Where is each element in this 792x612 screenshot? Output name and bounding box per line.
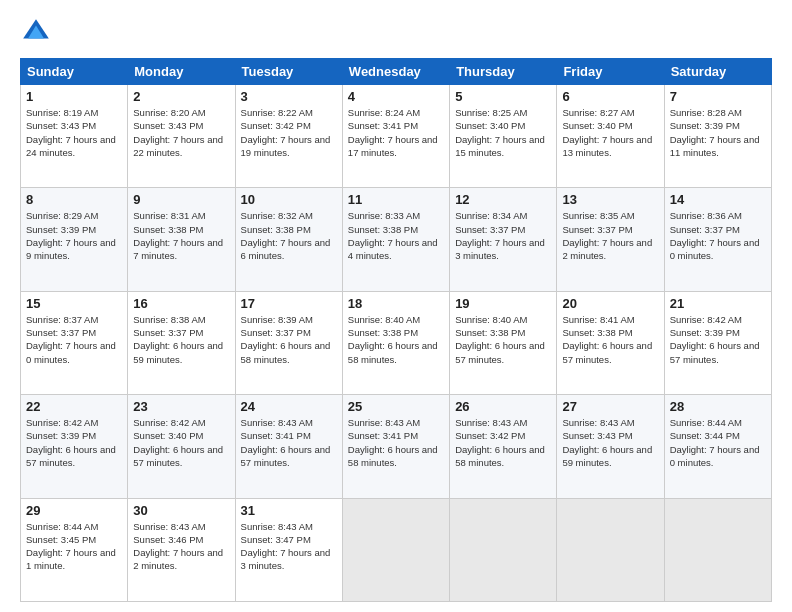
day-info: Sunrise: 8:27 AMSunset: 3:40 PMDaylight:… xyxy=(562,106,658,159)
calendar-day-cell: 20Sunrise: 8:41 AMSunset: 3:38 PMDayligh… xyxy=(557,291,664,394)
day-number: 13 xyxy=(562,192,658,207)
day-info: Sunrise: 8:42 AMSunset: 3:39 PMDaylight:… xyxy=(670,313,766,366)
calendar-day-header: Sunday xyxy=(21,59,128,85)
day-number: 22 xyxy=(26,399,122,414)
calendar-day-cell: 19Sunrise: 8:40 AMSunset: 3:38 PMDayligh… xyxy=(450,291,557,394)
calendar-day-cell: 8Sunrise: 8:29 AMSunset: 3:39 PMDaylight… xyxy=(21,188,128,291)
day-number: 17 xyxy=(241,296,337,311)
calendar-day-cell: 31Sunrise: 8:43 AMSunset: 3:47 PMDayligh… xyxy=(235,498,342,601)
day-info: Sunrise: 8:43 AMSunset: 3:43 PMDaylight:… xyxy=(562,416,658,469)
day-number: 15 xyxy=(26,296,122,311)
day-number: 7 xyxy=(670,89,766,104)
calendar-day-cell: 4Sunrise: 8:24 AMSunset: 3:41 PMDaylight… xyxy=(342,85,449,188)
day-number: 12 xyxy=(455,192,551,207)
calendar-day-cell: 12Sunrise: 8:34 AMSunset: 3:37 PMDayligh… xyxy=(450,188,557,291)
day-info: Sunrise: 8:28 AMSunset: 3:39 PMDaylight:… xyxy=(670,106,766,159)
day-number: 29 xyxy=(26,503,122,518)
day-number: 1 xyxy=(26,89,122,104)
calendar-day-cell: 9Sunrise: 8:31 AMSunset: 3:38 PMDaylight… xyxy=(128,188,235,291)
calendar-day-cell: 21Sunrise: 8:42 AMSunset: 3:39 PMDayligh… xyxy=(664,291,771,394)
day-info: Sunrise: 8:41 AMSunset: 3:38 PMDaylight:… xyxy=(562,313,658,366)
day-number: 31 xyxy=(241,503,337,518)
calendar-day-cell: 1Sunrise: 8:19 AMSunset: 3:43 PMDaylight… xyxy=(21,85,128,188)
page: SundayMondayTuesdayWednesdayThursdayFrid… xyxy=(0,0,792,612)
calendar-day-cell: 25Sunrise: 8:43 AMSunset: 3:41 PMDayligh… xyxy=(342,395,449,498)
day-number: 23 xyxy=(133,399,229,414)
calendar-header-row: SundayMondayTuesdayWednesdayThursdayFrid… xyxy=(21,59,772,85)
calendar-week-row: 8Sunrise: 8:29 AMSunset: 3:39 PMDaylight… xyxy=(21,188,772,291)
calendar-day-header: Thursday xyxy=(450,59,557,85)
logo xyxy=(20,16,56,48)
day-info: Sunrise: 8:37 AMSunset: 3:37 PMDaylight:… xyxy=(26,313,122,366)
day-number: 14 xyxy=(670,192,766,207)
day-info: Sunrise: 8:42 AMSunset: 3:39 PMDaylight:… xyxy=(26,416,122,469)
calendar-day-cell: 24Sunrise: 8:43 AMSunset: 3:41 PMDayligh… xyxy=(235,395,342,498)
calendar-day-cell: 14Sunrise: 8:36 AMSunset: 3:37 PMDayligh… xyxy=(664,188,771,291)
day-info: Sunrise: 8:22 AMSunset: 3:42 PMDaylight:… xyxy=(241,106,337,159)
day-info: Sunrise: 8:40 AMSunset: 3:38 PMDaylight:… xyxy=(455,313,551,366)
calendar-week-row: 22Sunrise: 8:42 AMSunset: 3:39 PMDayligh… xyxy=(21,395,772,498)
day-info: Sunrise: 8:44 AMSunset: 3:45 PMDaylight:… xyxy=(26,520,122,573)
day-info: Sunrise: 8:43 AMSunset: 3:47 PMDaylight:… xyxy=(241,520,337,573)
day-info: Sunrise: 8:19 AMSunset: 3:43 PMDaylight:… xyxy=(26,106,122,159)
calendar-day-header: Friday xyxy=(557,59,664,85)
calendar-day-cell: 2Sunrise: 8:20 AMSunset: 3:43 PMDaylight… xyxy=(128,85,235,188)
logo-icon xyxy=(20,16,52,48)
calendar-day-cell: 22Sunrise: 8:42 AMSunset: 3:39 PMDayligh… xyxy=(21,395,128,498)
day-number: 4 xyxy=(348,89,444,104)
calendar-day-cell: 3Sunrise: 8:22 AMSunset: 3:42 PMDaylight… xyxy=(235,85,342,188)
day-info: Sunrise: 8:35 AMSunset: 3:37 PMDaylight:… xyxy=(562,209,658,262)
day-number: 19 xyxy=(455,296,551,311)
day-number: 9 xyxy=(133,192,229,207)
day-info: Sunrise: 8:20 AMSunset: 3:43 PMDaylight:… xyxy=(133,106,229,159)
day-number: 20 xyxy=(562,296,658,311)
calendar-day-header: Wednesday xyxy=(342,59,449,85)
calendar-day-header: Monday xyxy=(128,59,235,85)
calendar-day-header: Tuesday xyxy=(235,59,342,85)
day-info: Sunrise: 8:32 AMSunset: 3:38 PMDaylight:… xyxy=(241,209,337,262)
day-number: 2 xyxy=(133,89,229,104)
day-info: Sunrise: 8:38 AMSunset: 3:37 PMDaylight:… xyxy=(133,313,229,366)
calendar-day-cell: 29Sunrise: 8:44 AMSunset: 3:45 PMDayligh… xyxy=(21,498,128,601)
calendar-table: SundayMondayTuesdayWednesdayThursdayFrid… xyxy=(20,58,772,602)
day-number: 10 xyxy=(241,192,337,207)
day-info: Sunrise: 8:31 AMSunset: 3:38 PMDaylight:… xyxy=(133,209,229,262)
calendar-day-cell: 17Sunrise: 8:39 AMSunset: 3:37 PMDayligh… xyxy=(235,291,342,394)
day-number: 5 xyxy=(455,89,551,104)
day-info: Sunrise: 8:44 AMSunset: 3:44 PMDaylight:… xyxy=(670,416,766,469)
day-number: 6 xyxy=(562,89,658,104)
day-info: Sunrise: 8:25 AMSunset: 3:40 PMDaylight:… xyxy=(455,106,551,159)
day-info: Sunrise: 8:34 AMSunset: 3:37 PMDaylight:… xyxy=(455,209,551,262)
day-info: Sunrise: 8:43 AMSunset: 3:41 PMDaylight:… xyxy=(348,416,444,469)
calendar-day-cell: 7Sunrise: 8:28 AMSunset: 3:39 PMDaylight… xyxy=(664,85,771,188)
day-number: 16 xyxy=(133,296,229,311)
day-info: Sunrise: 8:43 AMSunset: 3:46 PMDaylight:… xyxy=(133,520,229,573)
day-number: 28 xyxy=(670,399,766,414)
day-info: Sunrise: 8:42 AMSunset: 3:40 PMDaylight:… xyxy=(133,416,229,469)
calendar-day-cell: 13Sunrise: 8:35 AMSunset: 3:37 PMDayligh… xyxy=(557,188,664,291)
day-info: Sunrise: 8:40 AMSunset: 3:38 PMDaylight:… xyxy=(348,313,444,366)
day-info: Sunrise: 8:43 AMSunset: 3:41 PMDaylight:… xyxy=(241,416,337,469)
day-info: Sunrise: 8:36 AMSunset: 3:37 PMDaylight:… xyxy=(670,209,766,262)
calendar-day-cell: 16Sunrise: 8:38 AMSunset: 3:37 PMDayligh… xyxy=(128,291,235,394)
calendar-week-row: 15Sunrise: 8:37 AMSunset: 3:37 PMDayligh… xyxy=(21,291,772,394)
day-info: Sunrise: 8:29 AMSunset: 3:39 PMDaylight:… xyxy=(26,209,122,262)
calendar-day-cell: 30Sunrise: 8:43 AMSunset: 3:46 PMDayligh… xyxy=(128,498,235,601)
day-number: 26 xyxy=(455,399,551,414)
calendar-day-cell xyxy=(342,498,449,601)
calendar-week-row: 1Sunrise: 8:19 AMSunset: 3:43 PMDaylight… xyxy=(21,85,772,188)
header xyxy=(20,16,772,48)
calendar-day-cell xyxy=(450,498,557,601)
day-info: Sunrise: 8:43 AMSunset: 3:42 PMDaylight:… xyxy=(455,416,551,469)
day-number: 25 xyxy=(348,399,444,414)
day-info: Sunrise: 8:39 AMSunset: 3:37 PMDaylight:… xyxy=(241,313,337,366)
calendar-day-cell: 27Sunrise: 8:43 AMSunset: 3:43 PMDayligh… xyxy=(557,395,664,498)
day-info: Sunrise: 8:24 AMSunset: 3:41 PMDaylight:… xyxy=(348,106,444,159)
calendar-day-cell: 10Sunrise: 8:32 AMSunset: 3:38 PMDayligh… xyxy=(235,188,342,291)
calendar-day-cell: 6Sunrise: 8:27 AMSunset: 3:40 PMDaylight… xyxy=(557,85,664,188)
day-number: 8 xyxy=(26,192,122,207)
calendar-day-cell: 28Sunrise: 8:44 AMSunset: 3:44 PMDayligh… xyxy=(664,395,771,498)
calendar-day-cell: 23Sunrise: 8:42 AMSunset: 3:40 PMDayligh… xyxy=(128,395,235,498)
calendar-day-cell: 26Sunrise: 8:43 AMSunset: 3:42 PMDayligh… xyxy=(450,395,557,498)
day-info: Sunrise: 8:33 AMSunset: 3:38 PMDaylight:… xyxy=(348,209,444,262)
